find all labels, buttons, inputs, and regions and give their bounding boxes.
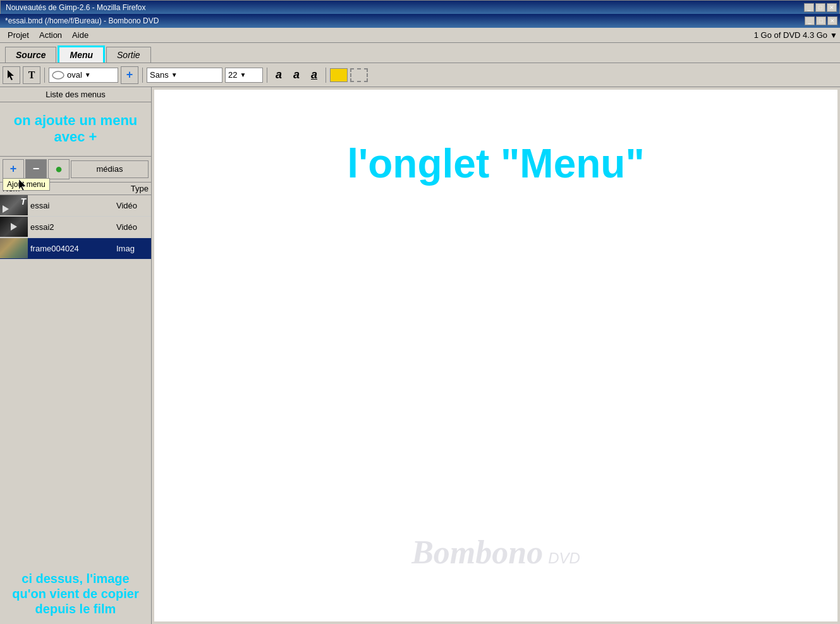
table-row[interactable]: frame004024 Imag xyxy=(0,238,151,260)
add-shape-button[interactable]: + xyxy=(121,66,138,84)
row-name-essai: essai xyxy=(30,201,116,210)
app-maximize-button[interactable]: □ xyxy=(816,16,826,25)
left-panel: Liste des menus on ajoute un menu avec +… xyxy=(0,87,152,624)
media-tab-button[interactable]: médias xyxy=(71,160,149,178)
row-type-essai2: Vidéo xyxy=(116,222,151,232)
cursor-pointer-icon xyxy=(18,179,27,193)
shape-dropdown-arrow-icon: ▼ xyxy=(85,71,91,78)
media-table: T essai Vidéo essai2 Vidéo xyxy=(0,195,151,563)
disk-info-label: 1 Go of DVD 4.3 Go xyxy=(754,30,827,40)
app-menubar: Projet Action Aide 1 Go of DVD 4.3 Go ▼ xyxy=(0,28,840,43)
shape-label: oval xyxy=(67,70,82,80)
thumbnail-essai2 xyxy=(0,217,28,237)
app-controls: _ □ ✕ xyxy=(805,16,837,25)
svg-marker-0 xyxy=(8,70,14,80)
panel-header: Liste des menus xyxy=(0,87,151,102)
menu-projet[interactable]: Projet xyxy=(3,29,34,41)
play-icon xyxy=(3,205,9,213)
menu-action[interactable]: Action xyxy=(34,29,67,41)
toolbar: T oval ▼ + Sans ▼ 22 ▼ a a a xyxy=(0,63,840,87)
row-name-essai2: essai2 xyxy=(30,222,116,232)
app-minimize-button[interactable]: _ xyxy=(805,16,815,25)
canvas-title-text: l'onglet "Menu" xyxy=(347,140,645,187)
thumbnail-essai: T xyxy=(0,195,28,215)
bombono-logo-text: Bombono xyxy=(411,534,543,571)
main-layout: Liste des menus on ajoute un menu avec +… xyxy=(0,87,840,624)
size-dropdown[interactable]: 22 ▼ xyxy=(225,68,263,83)
table-row[interactable]: essai2 Vidéo xyxy=(0,217,151,238)
tabs-bar: Source Menu Sortie xyxy=(0,43,840,63)
column-type: Type xyxy=(113,183,151,195)
font-dropdown[interactable]: Sans ▼ xyxy=(147,68,222,83)
table-row[interactable]: T essai Vidéo xyxy=(0,195,151,217)
browser-controls: _ □ ✕ xyxy=(804,3,837,12)
add-menu-button[interactable]: + xyxy=(3,159,24,179)
disk-dropdown-arrow-icon[interactable]: ▼ xyxy=(830,31,837,40)
app-titlebar: *essai.bmd (/home/f/Bureau) - Bombono DV… xyxy=(0,14,840,28)
row-name-frame: frame004024 xyxy=(30,244,116,253)
font-label: Sans xyxy=(150,70,169,80)
app-title-text: *essai.bmd (/home/f/Bureau) - Bombono DV… xyxy=(3,16,805,25)
row-type-essai: Vidéo xyxy=(116,201,151,210)
toolbar-separator-2 xyxy=(142,68,143,83)
size-label: 22 xyxy=(228,70,237,80)
toolbar-separator-3 xyxy=(267,68,267,83)
text-tool-button[interactable]: T xyxy=(23,66,40,84)
size-dropdown-arrow-icon: ▼ xyxy=(240,71,246,78)
bold-text-button[interactable]: a xyxy=(271,68,286,83)
canvas-area[interactable]: l'onglet "Menu" Bombono DVD xyxy=(154,90,837,621)
svg-point-1 xyxy=(52,71,64,79)
status-button[interactable]: ● xyxy=(48,159,70,179)
browser-titlebar: Nouveautés de Gimp-2.6 - Mozilla Firefox… xyxy=(1,1,839,15)
toolbar-separator-4 xyxy=(326,68,326,83)
oval-shape-icon xyxy=(52,71,64,80)
selection-tool-button[interactable] xyxy=(350,68,368,82)
text-overlay-icon: T xyxy=(20,196,26,207)
canvas-watermark: Bombono DVD xyxy=(411,534,580,571)
svg-marker-2 xyxy=(19,179,26,191)
browser-minimize-button[interactable]: _ xyxy=(804,3,814,12)
tab-source[interactable]: Source xyxy=(5,47,56,63)
underline-text-button[interactable]: a xyxy=(307,68,322,83)
annotation-bottom: ci dessus, l'image qu'on vient de copier… xyxy=(0,563,151,624)
menu-aide[interactable]: Aide xyxy=(67,29,94,41)
app-close-button[interactable]: ✕ xyxy=(827,16,837,25)
tab-menu[interactable]: Menu xyxy=(58,45,105,63)
italic-text-button[interactable]: a xyxy=(289,68,304,83)
panel-buttons: + − ● médias Ajout menu xyxy=(0,156,151,183)
thumbnail-frame xyxy=(0,238,28,258)
browser-maximize-button[interactable]: □ xyxy=(815,3,825,12)
browser-close-button[interactable]: ✕ xyxy=(827,3,837,12)
play-icon xyxy=(11,223,17,231)
remove-menu-button[interactable]: − xyxy=(25,159,47,179)
dvd-logo-text: DVD xyxy=(548,549,580,567)
main-canvas: l'onglet "Menu" Bombono DVD xyxy=(152,87,840,624)
browser-title-text: Nouveautés de Gimp-2.6 - Mozilla Firefox xyxy=(3,3,804,12)
row-type-frame: Imag xyxy=(116,244,151,253)
toolbar-separator-1 xyxy=(44,68,45,83)
font-dropdown-arrow-icon: ▼ xyxy=(171,71,178,78)
shape-dropdown[interactable]: oval ▼ xyxy=(49,68,118,83)
pointer-tool-button[interactable] xyxy=(3,66,20,84)
color-picker-button[interactable] xyxy=(330,68,348,82)
annotation-top: on ajoute un menu avec + xyxy=(0,102,151,156)
tab-sortie[interactable]: Sortie xyxy=(106,47,151,63)
pointer-icon xyxy=(7,69,16,81)
